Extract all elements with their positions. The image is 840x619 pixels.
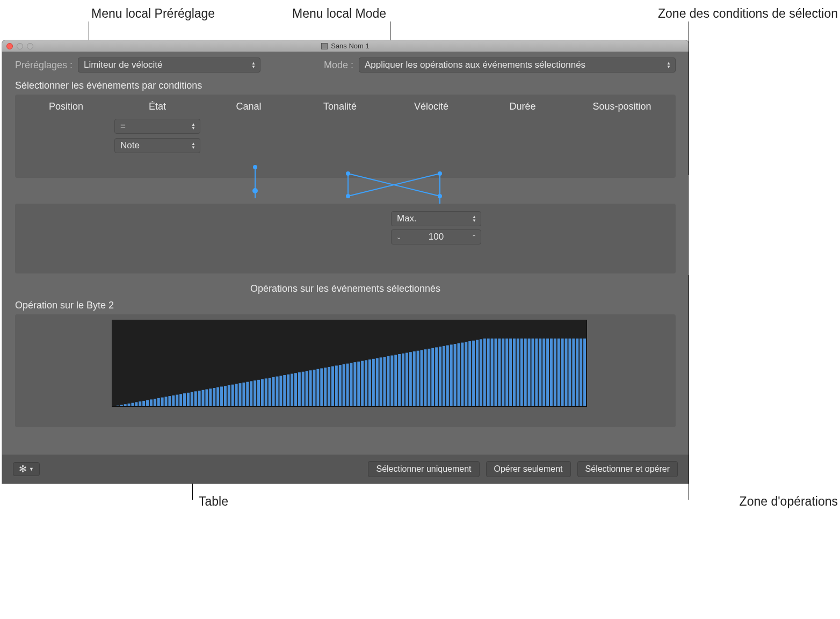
- svg-rect-42: [224, 386, 227, 406]
- svg-rect-84: [380, 357, 382, 406]
- svg-rect-135: [568, 339, 571, 406]
- settings-menu-button[interactable]: ✻ ▼: [13, 462, 40, 476]
- svg-rect-21: [146, 400, 149, 406]
- svg-rect-94: [417, 351, 419, 406]
- svg-rect-107: [465, 342, 467, 406]
- operate-only-button[interactable]: Opérer seulement: [486, 461, 571, 477]
- stepper-decrement-icon[interactable]: ⌄: [392, 234, 405, 241]
- svg-rect-91: [405, 352, 408, 406]
- svg-rect-50: [254, 380, 256, 406]
- svg-rect-126: [535, 339, 538, 406]
- svg-rect-90: [402, 354, 404, 406]
- stepper-increment-icon[interactable]: ⌃: [467, 234, 481, 241]
- svg-rect-55: [272, 377, 275, 406]
- svg-rect-35: [198, 391, 201, 406]
- svg-rect-17: [131, 403, 134, 406]
- svg-rect-37: [205, 390, 208, 406]
- operations-panel: Max. ▲▼ ⌄ 100 ⌃: [15, 204, 676, 273]
- svg-rect-13: [117, 406, 119, 406]
- svg-rect-73: [339, 365, 342, 406]
- svg-rect-88: [394, 355, 397, 406]
- svg-rect-114: [491, 339, 494, 406]
- svg-rect-43: [228, 385, 230, 406]
- svg-rect-96: [424, 349, 426, 406]
- svg-rect-62: [298, 372, 301, 406]
- svg-rect-38: [209, 388, 212, 406]
- svg-rect-40: [216, 387, 219, 406]
- svg-point-2: [253, 189, 257, 193]
- svg-rect-66: [313, 370, 315, 406]
- select-only-button[interactable]: Sélectionner uniquement: [368, 461, 479, 477]
- svg-rect-34: [194, 391, 197, 406]
- svg-rect-125: [531, 339, 534, 406]
- svg-rect-26: [165, 397, 168, 406]
- svg-rect-24: [157, 398, 160, 406]
- svg-rect-30: [179, 394, 182, 406]
- svg-rect-124: [528, 339, 531, 406]
- svg-rect-131: [554, 339, 556, 406]
- svg-rect-39: [213, 388, 215, 406]
- callout-operations-zone: Zone d'opérations: [740, 494, 838, 509]
- velocity-op-value: Max.: [397, 213, 417, 224]
- callout-selection-zone: Zone des conditions de sélection: [658, 6, 838, 21]
- svg-rect-105: [458, 343, 460, 406]
- svg-rect-99: [435, 347, 438, 406]
- svg-rect-118: [505, 339, 508, 406]
- svg-rect-70: [328, 367, 330, 406]
- svg-rect-64: [306, 371, 308, 406]
- byte2-graph-panel: [15, 314, 676, 427]
- svg-rect-123: [524, 339, 527, 406]
- svg-rect-98: [431, 348, 434, 406]
- byte2-graph[interactable]: [112, 320, 587, 407]
- svg-rect-49: [250, 381, 252, 406]
- svg-rect-33: [191, 392, 193, 406]
- svg-rect-136: [572, 339, 575, 406]
- svg-rect-75: [346, 364, 349, 406]
- svg-rect-36: [202, 390, 205, 406]
- svg-rect-15: [124, 404, 127, 406]
- callout-table: Table: [199, 494, 228, 509]
- svg-rect-100: [439, 347, 441, 406]
- chevron-updown-icon: ▲▼: [470, 214, 479, 224]
- svg-rect-112: [483, 339, 486, 406]
- svg-rect-20: [142, 401, 145, 406]
- svg-rect-93: [413, 351, 416, 406]
- svg-rect-44: [231, 385, 234, 406]
- svg-rect-53: [265, 378, 267, 406]
- velocity-op-popup[interactable]: Max. ▲▼: [391, 211, 481, 226]
- chevron-down-icon: ▼: [29, 466, 34, 472]
- svg-rect-22: [150, 399, 153, 406]
- svg-rect-58: [283, 375, 286, 406]
- svg-rect-57: [279, 376, 282, 406]
- svg-rect-69: [324, 368, 327, 406]
- svg-rect-68: [320, 368, 323, 406]
- svg-rect-128: [542, 339, 545, 406]
- svg-rect-74: [343, 364, 345, 406]
- transform-window: Sans Nom 1 Préréglages : Limiteur de vél…: [2, 40, 689, 484]
- select-and-operate-button[interactable]: Sélectionner et opérer: [577, 461, 678, 477]
- svg-rect-129: [546, 339, 549, 406]
- svg-rect-97: [428, 349, 430, 406]
- svg-rect-83: [376, 358, 379, 406]
- svg-rect-54: [269, 378, 271, 406]
- callout-preset-menu: Menu local Préréglage: [91, 6, 215, 21]
- svg-rect-95: [421, 350, 423, 406]
- svg-rect-79: [361, 361, 364, 406]
- svg-rect-78: [357, 362, 360, 406]
- footer: ✻ ▼ Sélectionner uniquement Opérer seule…: [2, 455, 689, 484]
- svg-rect-52: [261, 379, 264, 406]
- velocity-value-stepper[interactable]: ⌄ 100 ⌃: [391, 229, 481, 244]
- svg-rect-111: [480, 339, 482, 406]
- svg-rect-138: [580, 339, 582, 406]
- svg-rect-28: [172, 395, 175, 406]
- svg-rect-71: [331, 366, 334, 406]
- svg-rect-63: [302, 372, 305, 406]
- svg-rect-116: [498, 339, 501, 406]
- svg-rect-47: [242, 383, 245, 406]
- svg-rect-25: [161, 398, 164, 406]
- svg-rect-130: [550, 339, 553, 406]
- callout-mode-menu: Menu local Mode: [292, 6, 386, 21]
- svg-rect-122: [520, 339, 523, 406]
- svg-rect-113: [487, 339, 490, 406]
- svg-rect-67: [316, 369, 319, 406]
